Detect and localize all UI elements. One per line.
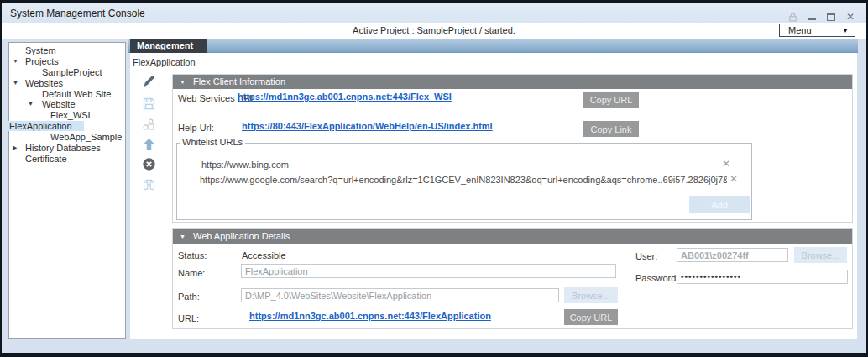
help-url-link[interactable]: https://80:443/FlexApplication/WebHelp/e… — [242, 121, 493, 131]
tree-item-flexapplication[interactable]: FlexApplication — [9, 121, 125, 132]
help-url-label: Help Url: — [178, 123, 214, 133]
cancel-icon[interactable] — [139, 155, 158, 173]
path-browse-button[interactable]: Browse... — [564, 287, 618, 303]
lock-icon — [787, 12, 798, 22]
edit-pencil-icon[interactable] — [139, 72, 158, 91]
whitelist-url-item: https://www.google.com/search?q=url+enco… — [200, 175, 727, 185]
window-title: System Management Console — [10, 8, 145, 19]
web-services-url-link[interactable]: https://md1nn3gc.ab001.cnpns.net:443/Fle… — [238, 92, 452, 102]
save-icon[interactable] — [139, 94, 158, 113]
copy-url-button-2[interactable]: Copy URL — [564, 309, 618, 325]
user-settings-icon[interactable] — [139, 115, 158, 134]
web-application-details-header[interactable]: Web Application Details — [173, 229, 852, 244]
tree-item-websites[interactable]: ▼Websites — [9, 78, 125, 89]
menu-dropdown-label: Menu — [788, 25, 812, 35]
maximize-button[interactable] — [825, 12, 837, 22]
whitelist-urls-group-label: Whitelist URLs — [180, 137, 245, 147]
application-url-link[interactable]: https://md1nn3gc.ab001.cnpns.net:443/Fle… — [249, 311, 491, 321]
remove-url-icon[interactable]: ✕ — [729, 173, 738, 185]
tree-item-default-web-site[interactable]: Default Web Site — [9, 89, 125, 100]
upload-arrow-icon[interactable] — [139, 134, 158, 153]
password-label: Password: — [635, 273, 678, 283]
window-controls: ✕ — [787, 11, 856, 23]
password-field[interactable] — [677, 270, 848, 284]
flex-client-information-header[interactable]: Flex Client Information — [173, 75, 852, 89]
tree-item-webapp-sample[interactable]: WebApp_Sample — [9, 132, 125, 143]
path-field[interactable] — [241, 288, 559, 302]
user-field[interactable] — [677, 248, 788, 262]
remove-url-icon[interactable]: ✕ — [722, 158, 730, 170]
status-label: Status: — [178, 250, 207, 260]
whitelist-url-item: https://www.bing.com — [201, 160, 289, 170]
tree-item-website[interactable]: ▼Website — [9, 99, 125, 110]
menu-dropdown[interactable]: Menu ▼ — [779, 24, 855, 37]
collapse-arrow-icon[interactable]: ▶ — [13, 143, 17, 154]
tree-item-flex-wsi[interactable]: Flex_WSI — [9, 110, 125, 121]
path-label: Path: — [178, 291, 200, 302]
url-label: URL: — [178, 313, 199, 323]
tree-item-certificate[interactable]: Certificate — [9, 154, 125, 165]
tab-strip: Management — [128, 39, 858, 53]
navigation-tree: System ▼Projects SampleProject ▼Websites… — [8, 42, 126, 339]
title-bar: System Management Console ✕ — [2, 3, 866, 23]
expand-arrow-icon[interactable]: ▼ — [28, 99, 34, 110]
expand-arrow-icon[interactable]: ▼ — [13, 56, 18, 67]
user-browse-button[interactable]: Browse... — [794, 247, 847, 263]
copy-url-button[interactable]: Copy URL — [583, 92, 639, 108]
breadcrumb: FlexApplication — [133, 57, 196, 67]
tree-item-projects[interactable]: ▼Projects — [9, 56, 125, 67]
tree-item-history-databases[interactable]: ▶History Databases — [9, 143, 125, 154]
active-project-status: Active Project : SampleProject / started… — [2, 25, 866, 35]
close-button[interactable]: ✕ — [844, 12, 856, 22]
name-field[interactable] — [241, 264, 616, 278]
copy-link-button[interactable]: Copy Link — [583, 121, 639, 137]
chevron-down-icon: ▼ — [842, 27, 849, 34]
tree-item-system[interactable]: System — [9, 45, 125, 56]
tree-item-sampleproject[interactable]: SampleProject — [9, 67, 125, 78]
user-label: User: — [635, 251, 657, 261]
tab-management[interactable]: Management — [130, 39, 207, 53]
name-label: Name: — [178, 268, 205, 278]
status-value: Accessible — [242, 250, 286, 260]
expand-arrow-icon[interactable]: ▼ — [13, 78, 18, 89]
add-url-button[interactable]: Add — [689, 196, 750, 213]
header-row: Active Project : SampleProject / started… — [2, 23, 866, 39]
minimize-button[interactable] — [806, 12, 818, 22]
compare-icon[interactable] — [139, 175, 158, 193]
